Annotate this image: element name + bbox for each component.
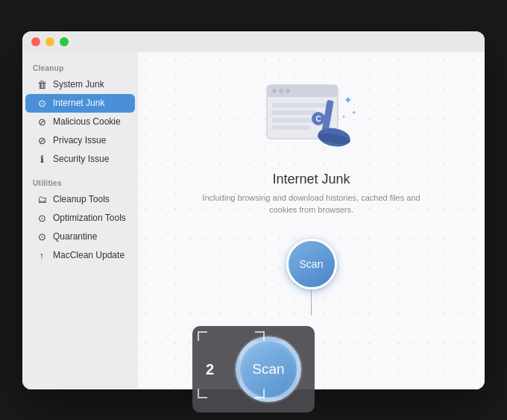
- cleanup-icon: 🗂: [36, 194, 48, 205]
- svg-text:✦: ✦: [351, 109, 357, 116]
- zoom-overlay: 2 Scan: [192, 326, 315, 413]
- connector-line: [311, 289, 312, 316]
- sidebar-item-label: Optimization Tools: [53, 213, 126, 223]
- svg-rect-9: [272, 125, 309, 130]
- security-icon: ℹ: [36, 154, 48, 165]
- sidebar-item-label: Privacy Issue: [53, 135, 106, 145]
- sidebar-item-security-issue[interactable]: ℹ Security Issue: [25, 150, 135, 169]
- sidebar-item-label: Internet Junk: [53, 98, 104, 108]
- titlebar: [22, 31, 485, 52]
- scan-button[interactable]: Scan: [286, 239, 337, 289]
- svg-rect-7: [272, 110, 317, 115]
- sidebar-item-malicious-cookie[interactable]: ⊘ Malicious Cookie: [25, 113, 135, 131]
- sidebar-item-label: Cleanup Tools: [53, 194, 110, 204]
- svg-point-5: [286, 89, 290, 93]
- cleanup-section-label: Cleanup: [22, 61, 138, 75]
- sidebar: Cleanup 🗑 System Junk ⊙ Internet Junk ⊘ …: [22, 52, 138, 389]
- sidebar-item-optimization-tools[interactable]: ⊙ Optimization Tools: [25, 209, 135, 228]
- svg-point-3: [272, 89, 277, 93]
- svg-text:C: C: [315, 115, 321, 123]
- privacy-icon: ⊘: [36, 135, 48, 146]
- svg-rect-6: [272, 103, 328, 107]
- sidebar-item-macclean-update[interactable]: ↑ MacClean Update: [25, 246, 135, 265]
- sidebar-item-privacy-issue[interactable]: ⊘ Privacy Issue: [25, 131, 135, 150]
- update-icon: ↑: [36, 250, 48, 261]
- svg-text:✦: ✦: [344, 94, 353, 106]
- minimize-button[interactable]: [45, 37, 54, 46]
- optimization-icon: ⊙: [36, 213, 48, 224]
- sidebar-item-label: Security Issue: [53, 154, 109, 164]
- page-subtitle: Including browsing and download historie…: [192, 192, 431, 216]
- sidebar-item-label: System Junk: [53, 79, 104, 90]
- internet-icon: ⊙: [36, 98, 48, 109]
- trash-icon: 🗑: [36, 79, 48, 90]
- sidebar-item-label: Quarantine: [53, 231, 97, 242]
- scan-button-zoomed-label: Scan: [252, 361, 284, 377]
- utilities-section-label: Utilities: [22, 176, 138, 190]
- sidebar-divider: [22, 169, 138, 176]
- scan-section: Scan: [286, 239, 337, 316]
- svg-text:✦: ✦: [341, 114, 346, 119]
- internet-junk-illustration: C ✦ ✦ ✦: [263, 78, 360, 160]
- sidebar-item-label: MacClean Update: [53, 250, 125, 260]
- sidebar-item-system-junk[interactable]: 🗑 System Junk: [25, 75, 135, 94]
- scan-button-zoomed[interactable]: Scan: [236, 336, 301, 402]
- scan-button-label: Scan: [300, 258, 324, 270]
- sidebar-item-label: Malicious Cookie: [53, 116, 121, 127]
- svg-point-4: [279, 89, 283, 93]
- maximize-button[interactable]: [60, 37, 69, 46]
- page-title: Internet Junk: [272, 172, 350, 187]
- quarantine-icon: ⊙: [36, 231, 48, 242]
- zoom-number: 2: [206, 361, 222, 378]
- sidebar-item-internet-junk[interactable]: ⊙ Internet Junk: [25, 94, 135, 113]
- svg-rect-2: [267, 93, 338, 97]
- content-area: C ✦ ✦ ✦ Internet Junk Including browsing…: [153, 70, 470, 316]
- cookie-icon: ⊘: [36, 116, 48, 128]
- close-button[interactable]: [31, 37, 40, 46]
- sidebar-item-cleanup-tools[interactable]: 🗂 Cleanup Tools: [25, 190, 135, 209]
- sidebar-item-quarantine[interactable]: ⊙ Quarantine: [25, 228, 135, 246]
